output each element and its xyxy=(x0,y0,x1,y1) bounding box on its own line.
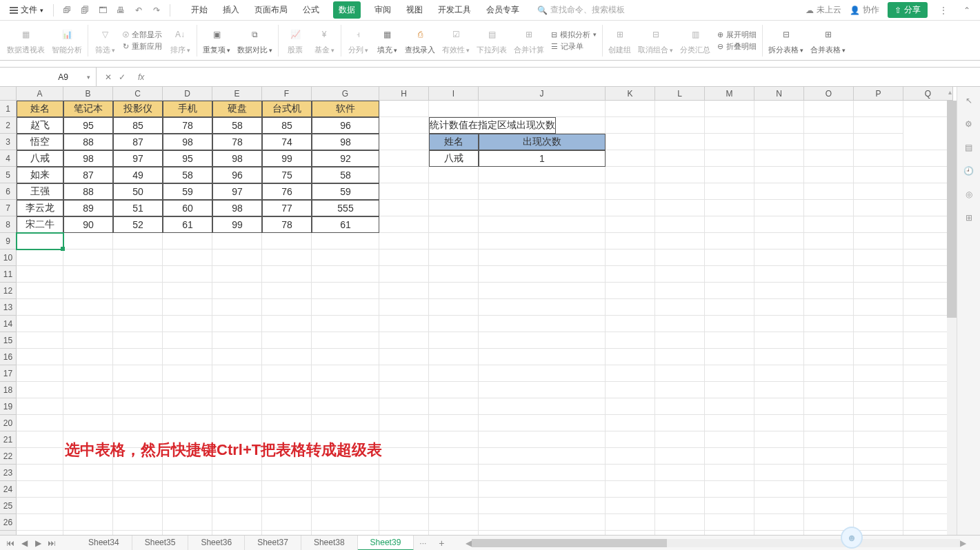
cell[interactable]: 97 xyxy=(113,150,163,167)
cell[interactable] xyxy=(903,299,953,316)
assistant-avatar[interactable]: ☻ xyxy=(841,527,863,549)
cell[interactable] xyxy=(163,415,212,431)
row-header[interactable]: 22 xyxy=(0,448,17,465)
cell[interactable] xyxy=(113,249,163,266)
cell[interactable] xyxy=(606,398,655,415)
cell[interactable] xyxy=(113,233,163,249)
cell[interactable] xyxy=(804,365,854,382)
cell[interactable] xyxy=(163,465,212,481)
group-button[interactable]: ⊞创建组 xyxy=(606,26,634,55)
cell[interactable] xyxy=(705,183,754,200)
sheet-tab[interactable]: Sheet38 xyxy=(301,536,358,551)
cell[interactable] xyxy=(655,216,705,233)
spreadsheet-grid[interactable]: ABCDEFGHIJKLMNOPQ1姓名笔记本投影仪手机硬盘台式机软件2赵飞95… xyxy=(0,87,957,535)
cell[interactable] xyxy=(63,249,113,266)
row-header[interactable]: 16 xyxy=(0,349,17,365)
cell[interactable] xyxy=(804,134,854,150)
cell[interactable] xyxy=(163,365,212,382)
cell[interactable] xyxy=(606,266,655,283)
cell[interactable] xyxy=(262,249,312,266)
cell[interactable] xyxy=(379,332,429,349)
cell[interactable] xyxy=(754,481,804,498)
cell[interactable] xyxy=(312,249,379,266)
cell[interactable] xyxy=(63,481,113,498)
cell[interactable] xyxy=(312,481,379,498)
cell[interactable]: 悟空 xyxy=(17,134,63,150)
cell[interactable] xyxy=(17,465,63,481)
cell[interactable] xyxy=(379,398,429,415)
cell[interactable] xyxy=(804,465,854,481)
col-header[interactable]: I xyxy=(429,87,479,101)
cell[interactable] xyxy=(429,200,479,216)
cell[interactable] xyxy=(804,398,854,415)
smart-analysis-button[interactable]: 📊智能分析 xyxy=(49,26,85,55)
cell[interactable] xyxy=(705,167,754,183)
cell[interactable] xyxy=(262,332,312,349)
cell[interactable] xyxy=(804,415,854,431)
cell[interactable] xyxy=(606,332,655,349)
cell[interactable] xyxy=(655,316,705,332)
cell[interactable] xyxy=(312,233,379,249)
cell[interactable] xyxy=(379,481,429,498)
cell[interactable] xyxy=(903,382,953,398)
cell[interactable] xyxy=(606,514,655,531)
cell[interactable] xyxy=(262,382,312,398)
cell[interactable] xyxy=(655,266,705,283)
sheet-tab[interactable]: Sheet36 xyxy=(188,536,245,551)
cell[interactable]: 98 xyxy=(63,150,113,167)
sheet-last-icon[interactable]: ⏭ xyxy=(46,538,58,548)
cell[interactable] xyxy=(705,316,754,332)
cell[interactable]: 75 xyxy=(262,167,312,183)
cell[interactable] xyxy=(262,233,312,249)
row-header[interactable]: 15 xyxy=(0,332,17,349)
cell[interactable] xyxy=(113,266,163,283)
cell[interactable]: 98 xyxy=(312,134,379,150)
cell[interactable] xyxy=(754,150,804,167)
cell[interactable] xyxy=(63,365,113,382)
cell[interactable] xyxy=(17,514,63,531)
cell[interactable] xyxy=(804,299,854,316)
cell[interactable] xyxy=(903,233,953,249)
cell[interactable] xyxy=(212,283,262,299)
col-header[interactable]: N xyxy=(754,87,804,101)
col-header[interactable]: J xyxy=(479,87,606,101)
cell[interactable] xyxy=(163,481,212,498)
cell[interactable] xyxy=(312,316,379,332)
cell[interactable] xyxy=(754,283,804,299)
row-header[interactable]: 9 xyxy=(0,233,17,249)
consolidate-button[interactable]: ⊞合并计算 xyxy=(511,26,547,55)
cell[interactable] xyxy=(705,150,754,167)
cell[interactable] xyxy=(63,415,113,431)
cell[interactable] xyxy=(606,465,655,481)
backup-tool-icon[interactable]: 🕘 xyxy=(962,164,976,178)
cell[interactable] xyxy=(63,514,113,531)
cell[interactable] xyxy=(754,233,804,249)
cell[interactable]: 77 xyxy=(262,200,312,216)
redo-icon[interactable]: ↷ xyxy=(149,3,164,18)
row-header[interactable]: 5 xyxy=(0,167,17,183)
cell[interactable] xyxy=(429,283,479,299)
print-preview-icon[interactable]: 🗔 xyxy=(95,3,110,18)
cell[interactable] xyxy=(379,299,429,316)
cell[interactable] xyxy=(479,101,606,117)
cell[interactable] xyxy=(429,514,479,531)
cell[interactable] xyxy=(903,398,953,415)
cell[interactable] xyxy=(212,266,262,283)
cell[interactable] xyxy=(854,117,903,134)
cell[interactable] xyxy=(854,150,903,167)
cell[interactable] xyxy=(113,349,163,365)
cell[interactable] xyxy=(903,167,953,183)
cell[interactable] xyxy=(312,283,379,299)
cell[interactable]: 61 xyxy=(312,216,379,233)
cell[interactable] xyxy=(17,349,63,365)
cell[interactable] xyxy=(903,349,953,365)
cell[interactable] xyxy=(163,332,212,349)
cell[interactable] xyxy=(854,332,903,349)
cell[interactable] xyxy=(606,233,655,249)
cell[interactable] xyxy=(804,200,854,216)
cell[interactable]: 85 xyxy=(113,117,163,134)
cell[interactable] xyxy=(705,233,754,249)
cell[interactable] xyxy=(262,299,312,316)
sheet-tab[interactable]: Sheet34 xyxy=(76,536,132,551)
cell[interactable]: 52 xyxy=(113,216,163,233)
